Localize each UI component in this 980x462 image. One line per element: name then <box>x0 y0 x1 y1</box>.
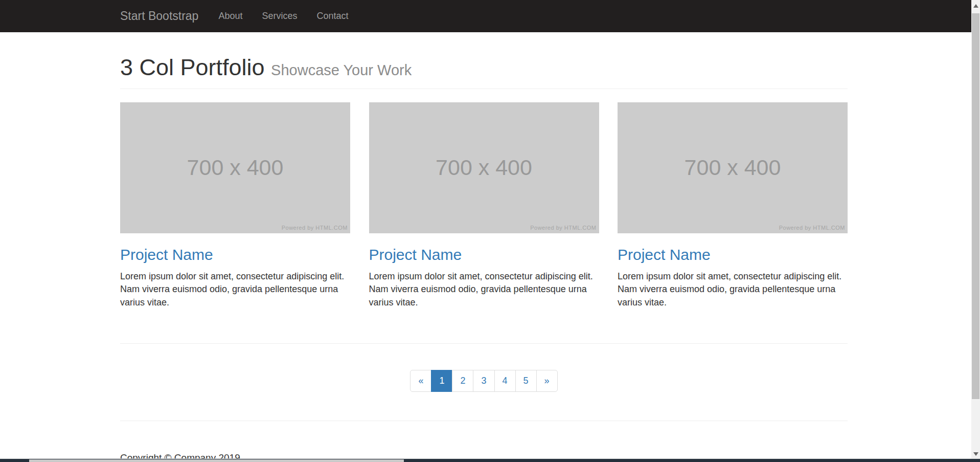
placeholder-watermark: Powered by HTML.COM <box>530 225 596 231</box>
project-title-link-1[interactable]: Project Name <box>120 246 213 263</box>
project-title-link-2[interactable]: Project Name <box>369 246 462 263</box>
pagination-page-3[interactable]: 3 <box>473 370 494 392</box>
portfolio-row: 700 x 400 Powered by HTML.COM Project Na… <box>120 102 848 310</box>
pagination-page-1[interactable]: 1 <box>431 370 452 392</box>
scrollbar-up-arrow-icon[interactable] <box>973 4 978 8</box>
project-title-link-3[interactable]: Project Name <box>618 246 711 263</box>
pagination: « 1 2 3 4 5 » <box>410 370 557 392</box>
pagination-page-5[interactable]: 5 <box>515 370 537 392</box>
pagination-next-button[interactable]: » <box>536 370 558 392</box>
project-image-1[interactable]: 700 x 400 Powered by HTML.COM <box>120 102 350 233</box>
navbar-links: About Services Contact <box>209 11 358 21</box>
portfolio-card-1: 700 x 400 Powered by HTML.COM Project Na… <box>120 102 350 310</box>
pagination-prev-button[interactable]: « <box>410 370 431 392</box>
placeholder-watermark: Powered by HTML.COM <box>779 225 845 231</box>
navbar-brand[interactable]: Start Bootstrap <box>120 9 198 23</box>
vertical-scrollbar-thumb[interactable] <box>972 13 979 399</box>
placeholder-size-label: 700 x 400 <box>187 155 284 180</box>
scrollbar-down-arrow-icon[interactable] <box>973 452 978 456</box>
page-subtitle: Showcase Your Work <box>271 62 412 78</box>
top-navbar: Start Bootstrap About Services Contact <box>0 0 980 32</box>
project-image-3[interactable]: 700 x 400 Powered by HTML.COM <box>618 102 848 233</box>
vertical-scrollbar[interactable] <box>971 0 980 462</box>
placeholder-size-label: 700 x 400 <box>436 155 532 180</box>
main-content: 3 Col Portfolio Showcase Your Work 700 x… <box>120 32 848 462</box>
horizontal-scrollbar[interactable] <box>0 458 980 462</box>
nav-item-services[interactable]: Services <box>252 11 307 21</box>
portfolio-card-2: 700 x 400 Powered by HTML.COM Project Na… <box>369 102 599 310</box>
horizontal-scrollbar-thumb[interactable] <box>29 459 404 462</box>
placeholder-size-label: 700 x 400 <box>685 155 781 180</box>
project-description-2: Lorem ipsum dolor sit amet, consectetur … <box>369 270 599 310</box>
divider-above-pagination <box>120 343 848 344</box>
project-image-2[interactable]: 700 x 400 Powered by HTML.COM <box>369 102 599 233</box>
portfolio-card-3: 700 x 400 Powered by HTML.COM Project Na… <box>618 102 848 310</box>
nav-item-about[interactable]: About <box>209 11 252 21</box>
project-description-1: Lorem ipsum dolor sit amet, consectetur … <box>120 270 350 310</box>
page-title: 3 Col Portfolio <box>120 54 265 80</box>
page-header: 3 Col Portfolio Showcase Your Work <box>120 55 848 89</box>
pagination-page-4[interactable]: 4 <box>494 370 516 392</box>
placeholder-watermark: Powered by HTML.COM <box>282 225 348 231</box>
nav-item-contact[interactable]: Contact <box>307 11 358 21</box>
pagination-page-2[interactable]: 2 <box>452 370 473 392</box>
project-description-3: Lorem ipsum dolor sit amet, consectetur … <box>618 270 848 310</box>
divider-above-footer <box>120 421 848 421</box>
pagination-container: « 1 2 3 4 5 » <box>120 370 848 392</box>
